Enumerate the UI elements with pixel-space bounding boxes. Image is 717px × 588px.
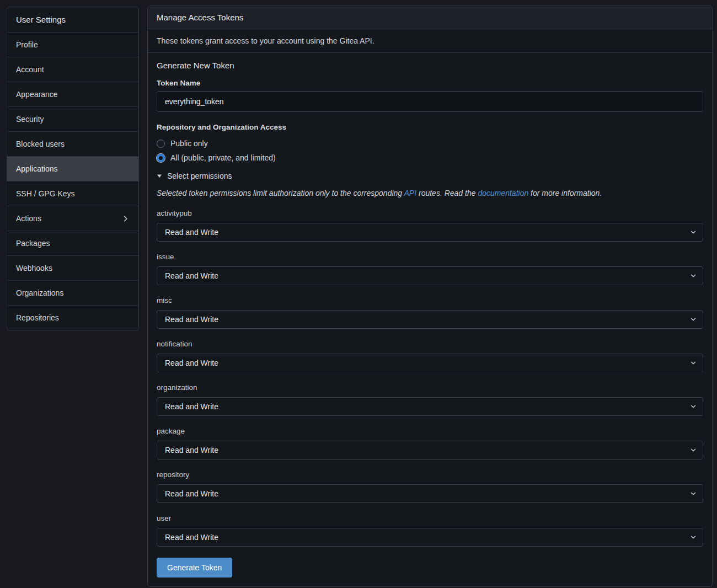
permission-category-label: organization: [157, 383, 703, 392]
select-permissions-toggle[interactable]: Select permissions: [157, 172, 232, 180]
permission-select-issue[interactable]: Read and Write: [157, 266, 703, 285]
panel-header-title: Manage Access Tokens: [148, 6, 712, 29]
radio-option-public-only[interactable]: Public only: [157, 136, 703, 151]
permission-select-notification[interactable]: Read and Write: [157, 354, 703, 372]
radio-public-only-label: Public only: [170, 139, 208, 148]
permission-category-label: user: [157, 514, 703, 523]
permission-select-misc[interactable]: Read and Write: [157, 310, 703, 329]
permissions-hint: Selected token permissions limit authori…: [157, 188, 703, 198]
generate-token-form: Generate New Token Token Name Repository…: [148, 53, 712, 587]
permission-group-organization: organization Read and Write: [157, 383, 703, 416]
sidebar-item-label: Packages: [16, 239, 50, 248]
sidebar-item-account[interactable]: Account: [7, 57, 138, 82]
sidebar-item-security[interactable]: Security: [7, 106, 138, 131]
radio-all[interactable]: [157, 154, 165, 162]
hint-text: Selected token permissions limit authori…: [157, 189, 404, 197]
sidebar-item-label: Account: [16, 65, 44, 74]
sidebar-item-packages[interactable]: Packages: [7, 231, 138, 255]
hint-text: routes. Read the: [416, 189, 478, 197]
permission-select-organization[interactable]: Read and Write: [157, 397, 703, 416]
sidebar-title: User Settings: [7, 7, 138, 32]
permission-group-misc: misc Read and Write: [157, 296, 703, 329]
permission-category-label: misc: [157, 296, 703, 305]
permission-category-label: activitypub: [157, 209, 703, 218]
generate-token-button[interactable]: Generate Token: [157, 558, 232, 578]
permission-group-package: package Read and Write: [157, 427, 703, 459]
permission-category-label: notification: [157, 340, 703, 349]
permission-category-label: repository: [157, 471, 703, 479]
permission-select-package[interactable]: Read and Write: [157, 441, 703, 459]
sidebar-item-label: Organizations: [16, 288, 63, 297]
select-permissions-label: Select permissions: [167, 172, 232, 180]
sidebar-item-label: Security: [16, 115, 44, 124]
api-link[interactable]: API: [404, 189, 417, 197]
tokens-description: These tokens grant access to your accoun…: [148, 29, 712, 53]
token-name-label: Token Name: [157, 79, 703, 88]
permission-select-activitypub[interactable]: Read and Write: [157, 223, 703, 242]
sidebar-menu: Profile Account Appearance Security Bloc…: [7, 32, 138, 330]
manage-access-tokens-panel: Manage Access Tokens These tokens grant …: [147, 6, 713, 587]
sidebar-item-organizations[interactable]: Organizations: [7, 280, 138, 305]
sidebar-item-blocked-users[interactable]: Blocked users: [7, 131, 138, 156]
permission-category-label: issue: [157, 253, 703, 261]
sidebar-item-label: Repositories: [16, 313, 59, 322]
chevron-right-icon: [121, 215, 130, 223]
permission-group-notification: notification Read and Write: [157, 340, 703, 372]
caret-down-icon: [157, 173, 162, 179]
permission-category-label: package: [157, 427, 703, 436]
documentation-link[interactable]: documentation: [478, 189, 528, 197]
permission-group-repository: repository Read and Write: [157, 471, 703, 503]
settings-sidebar: User Settings Profile Account Appearance…: [7, 7, 139, 330]
permission-select-user[interactable]: Read and Write: [157, 528, 703, 547]
sidebar-item-webhooks[interactable]: Webhooks: [7, 255, 138, 280]
sidebar-item-label: Applications: [16, 164, 58, 173]
radio-all-label: All (public, private, and limited): [170, 153, 276, 162]
permission-group-issue: issue Read and Write: [157, 253, 703, 285]
radio-public-only[interactable]: [157, 140, 165, 148]
repo-org-access-label: Repository and Organization Access: [157, 123, 703, 132]
permission-select-repository[interactable]: Read and Write: [157, 484, 703, 503]
sidebar-item-ssh-gpg-keys[interactable]: SSH / GPG Keys: [7, 181, 138, 206]
sidebar-item-actions[interactable]: Actions: [7, 206, 138, 231]
sidebar-item-repositories[interactable]: Repositories: [7, 305, 138, 330]
radio-option-all[interactable]: All (public, private, and limited): [157, 151, 703, 165]
permission-groups: activitypub Read and Write issue Read an…: [157, 209, 703, 547]
sidebar-item-label: Webhooks: [16, 264, 52, 272]
sidebar-item-appearance[interactable]: Appearance: [7, 82, 138, 106]
sidebar-item-label: Appearance: [16, 90, 58, 99]
sidebar-item-profile[interactable]: Profile: [7, 32, 138, 57]
token-name-input[interactable]: [157, 91, 703, 112]
sidebar-item-label: Profile: [16, 40, 38, 49]
hint-text: for more information.: [528, 189, 602, 197]
permission-group-user: user Read and Write: [157, 514, 703, 547]
sidebar-item-label: SSH / GPG Keys: [16, 189, 75, 198]
generate-new-token-heading: Generate New Token: [157, 61, 703, 70]
sidebar-item-label: Blocked users: [16, 140, 65, 148]
sidebar-item-label: Actions: [16, 214, 41, 223]
sidebar-item-applications[interactable]: Applications: [7, 156, 138, 181]
permission-group-activitypub: activitypub Read and Write: [157, 209, 703, 242]
